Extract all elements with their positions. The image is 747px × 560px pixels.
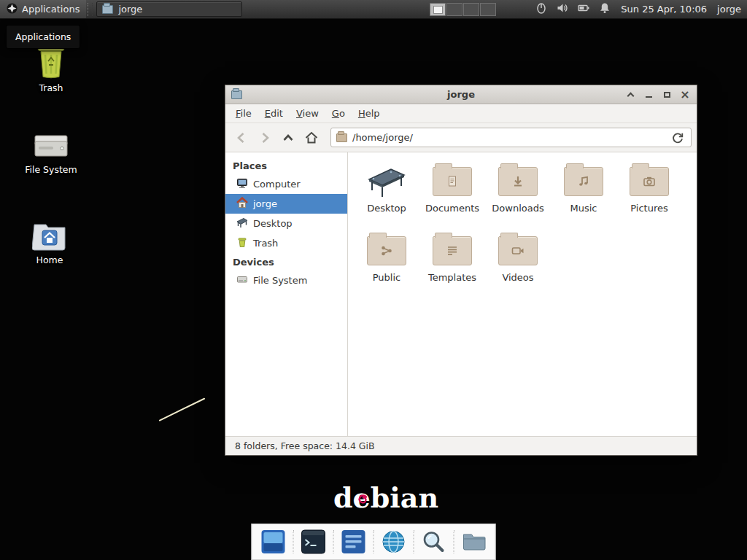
drive-small-icon [236, 273, 248, 287]
menu-view[interactable]: View [290, 106, 325, 121]
panel-clock[interactable]: Sun 25 Apr, 10:06 [621, 4, 707, 15]
dock-terminal[interactable] [301, 529, 326, 554]
workspace-1[interactable] [430, 3, 446, 16]
file-label: Downloads [487, 203, 549, 214]
file-downloads[interactable]: Downloads [487, 163, 549, 232]
sidebar-header-places: Places [225, 157, 347, 174]
folder-icon [498, 167, 538, 196]
dock-separator [293, 530, 294, 553]
dock-separator [414, 530, 414, 553]
file-music[interactable]: Music [552, 163, 615, 232]
dock-separator [454, 530, 454, 553]
file-desktop[interactable]: Desktop [355, 163, 418, 232]
menu-help[interactable]: Help [352, 106, 387, 121]
tray-volume-icon[interactable] [556, 1, 569, 17]
sidebar-header-devices: Devices [225, 253, 347, 271]
file-public[interactable]: Public [355, 232, 418, 301]
sidebar-item-file-system[interactable]: File System [225, 271, 347, 290]
desktop-small-icon [236, 217, 248, 230]
location-path[interactable]: /home/jorge/ [352, 132, 665, 143]
dock-file-manager[interactable] [462, 529, 487, 554]
sidebar-item-label: Desktop [253, 218, 293, 229]
tray-mouse-icon[interactable] [535, 1, 548, 17]
sidebar-item-jorge[interactable]: jorge [225, 194, 347, 214]
menu-file[interactable]: File [229, 106, 258, 121]
workspace-3[interactable] [463, 3, 479, 16]
desktop-icon-file-system[interactable]: File System [18, 124, 84, 175]
taskbar-window-button[interactable]: jorge [96, 1, 242, 17]
up-button[interactable] [277, 128, 299, 148]
workspace-4[interactable] [480, 3, 496, 16]
dock-panel [252, 524, 496, 560]
reload-button[interactable] [670, 130, 686, 146]
home-button[interactable] [301, 128, 322, 148]
video-folder-icon [487, 232, 549, 270]
folder-icon [433, 236, 472, 265]
share-folder-icon [355, 232, 418, 270]
camera-folder-icon [618, 163, 681, 201]
folder-icon [433, 167, 472, 196]
desktop-icon-label: Trash [18, 82, 84, 93]
folder-icon [564, 167, 603, 196]
back-button[interactable] [231, 128, 252, 148]
sidebar-item-computer[interactable]: Computer [225, 174, 347, 194]
folder-icon [498, 236, 538, 265]
menu-edit[interactable]: Edit [258, 106, 290, 121]
close-button[interactable]: × [679, 89, 691, 101]
applications-tooltip: Applications [6, 25, 80, 49]
menu-go[interactable]: Go [325, 106, 352, 121]
computer-icon [236, 177, 248, 191]
sidebar: PlacesComputerjorgeDesktopTrashDevicesFi… [225, 152, 348, 436]
sidebar-item-label: jorge [253, 198, 277, 209]
folder-icon [630, 167, 669, 196]
xfce-logo-icon [7, 3, 18, 16]
dock-app-list[interactable] [341, 529, 366, 554]
file-label: Templates [421, 272, 484, 283]
sidebar-item-desktop[interactable]: Desktop [225, 214, 347, 233]
folder-icon [367, 236, 406, 265]
file-videos[interactable]: Videos [487, 232, 549, 301]
download-folder-icon [487, 163, 549, 201]
file-documents[interactable]: Documents [421, 163, 484, 232]
shade-button[interactable] [624, 89, 636, 101]
applications-menu-button[interactable]: Applications [0, 0, 86, 18]
menu-bar: FileEditViewGoHelp [225, 104, 697, 123]
home-small-icon [236, 197, 248, 211]
file-label: Music [552, 203, 615, 214]
file-grid[interactable]: DesktopDocumentsDownloadsMusicPicturesPu… [348, 152, 697, 436]
document-folder-icon [421, 163, 484, 201]
tray-battery-icon[interactable] [577, 1, 590, 17]
file-label: Public [355, 272, 418, 283]
dock-separator [333, 530, 334, 553]
panel-user-button[interactable]: jorge [717, 4, 741, 15]
file-templates[interactable]: Templates [421, 232, 484, 301]
file-label: Videos [487, 272, 549, 283]
desktop-icon-trash[interactable]: Trash [18, 42, 84, 93]
file-label: Desktop [355, 203, 418, 214]
dock-web-browser[interactable] [382, 529, 406, 554]
maximize-button[interactable] [661, 89, 673, 101]
tray-bell-icon[interactable] [598, 1, 611, 17]
file-label: Pictures [618, 203, 681, 214]
debian-swirl-icon [356, 492, 370, 506]
desktop-icon-home[interactable]: Home [17, 214, 82, 265]
system-tray [535, 1, 611, 17]
sidebar-item-trash[interactable]: Trash [225, 233, 347, 253]
window-folder-icon [102, 5, 113, 14]
window-titlebar[interactable]: jorge × [225, 85, 697, 104]
desktop-icon-label: Home [17, 254, 82, 265]
workspace-pager [430, 3, 497, 16]
desktop-icon-label: File System [18, 164, 84, 175]
dock-show-desktop[interactable] [261, 529, 286, 554]
forward-button[interactable] [254, 128, 276, 148]
dock-app-finder[interactable] [422, 529, 446, 554]
taskbar-window-label: jorge [118, 4, 142, 15]
location-bar[interactable]: /home/jorge/ [330, 128, 692, 147]
sidebar-item-label: File System [253, 275, 307, 286]
workspace-2[interactable] [446, 3, 462, 16]
minimize-button[interactable] [643, 89, 654, 101]
window-titlebar-icon [231, 90, 242, 99]
file-pictures[interactable]: Pictures [618, 163, 681, 232]
drive-big-icon [18, 124, 84, 160]
file-manager-window: jorge × FileEditViewGoHelp /home/jorge/ … [225, 85, 697, 456]
